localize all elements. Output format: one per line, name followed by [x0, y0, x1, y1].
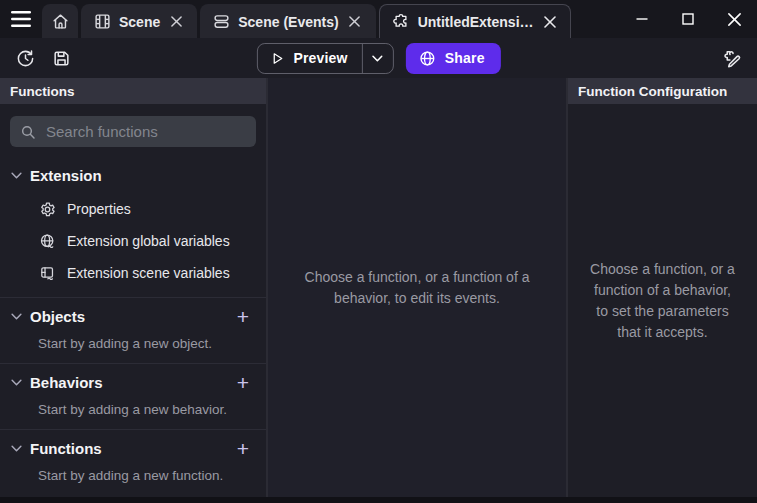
- events-sheet-icon: [213, 13, 230, 30]
- save-floppy-icon: [52, 49, 71, 68]
- chevron-down-icon: [8, 374, 24, 390]
- history-button[interactable]: [10, 43, 40, 73]
- tab-label: Scene: [119, 14, 160, 30]
- tab-home[interactable]: [42, 4, 78, 38]
- tab-bar: Scene Scene (Events) UntitledExtensi…: [0, 0, 757, 38]
- hamburger-icon: [11, 11, 31, 27]
- functions-empty-text: Start by adding a new function.: [0, 466, 266, 495]
- function-configuration-panel: Function Configuration Choose a function…: [568, 78, 757, 497]
- close-tab-icon[interactable]: [347, 14, 363, 30]
- tab-label: UntitledExtensi…: [418, 14, 534, 30]
- preview-button-label: Preview: [293, 50, 347, 66]
- functions-panel: Functions Extension: [0, 78, 266, 497]
- gear-icon: [38, 200, 56, 218]
- section-extension[interactable]: Extension: [0, 157, 266, 193]
- behaviors-empty-text: Start by adding a new behavior.: [0, 400, 266, 429]
- objects-empty-text: Start by adding a new object.: [0, 334, 266, 363]
- search-icon: [20, 124, 36, 140]
- minimize-button[interactable]: [619, 0, 665, 38]
- preview-options-button[interactable]: [363, 44, 393, 73]
- chevron-down-icon: [8, 308, 24, 324]
- section-title: Behaviors: [30, 374, 232, 391]
- globe-icon: [419, 50, 436, 67]
- chevron-down-icon: [372, 55, 383, 62]
- share-button[interactable]: Share: [406, 43, 501, 74]
- configuration-placeholder: Choose a function, or a function of a be…: [568, 104, 757, 497]
- extension-puzzle-icon: [392, 13, 410, 31]
- workspace: Functions Extension: [0, 78, 757, 497]
- tab-scene[interactable]: Scene: [81, 4, 197, 38]
- tab-untitled-extension[interactable]: UntitledExtensi…: [379, 4, 571, 38]
- events-placeholder-message: Choose a function, or a function of a be…: [288, 267, 546, 309]
- tree-item-label: Extension global variables: [67, 233, 230, 249]
- scene-variable-icon: [38, 264, 56, 282]
- function-configuration-header: Function Configuration: [568, 78, 757, 104]
- preview-split-button: Preview: [256, 43, 393, 74]
- maximize-button[interactable]: [665, 0, 711, 38]
- functions-panel-header: Functions: [0, 78, 266, 104]
- window-bottom-edge: [0, 497, 757, 503]
- add-function-button[interactable]: +: [232, 437, 254, 459]
- extension-global-variables-item[interactable]: Extension global variables: [0, 225, 266, 257]
- toolbar: Preview Share: [0, 38, 757, 78]
- add-object-button[interactable]: +: [232, 305, 254, 327]
- configuration-placeholder-message: Choose a function, or a function of a be…: [588, 259, 737, 343]
- search-functions-box[interactable]: [10, 116, 256, 147]
- section-functions[interactable]: Functions +: [0, 430, 266, 466]
- save-button[interactable]: [46, 43, 76, 73]
- section-objects[interactable]: Objects +: [0, 298, 266, 334]
- share-button-label: Share: [445, 50, 485, 66]
- home-icon: [52, 13, 69, 30]
- close-window-button[interactable]: [711, 0, 757, 38]
- close-tab-icon[interactable]: [542, 14, 558, 30]
- search-functions-input[interactable]: [46, 123, 246, 140]
- section-behaviors[interactable]: Behaviors +: [0, 364, 266, 400]
- tree-item-label: Properties: [67, 201, 131, 217]
- search-area: [0, 104, 266, 157]
- chevron-down-icon: [8, 440, 24, 456]
- events-placeholder: Choose a function, or a function of a be…: [268, 78, 566, 497]
- section-title: Extension: [30, 167, 254, 184]
- app-window: Scene Scene (Events) UntitledExtensi…: [0, 0, 757, 503]
- tree-item-label: Extension scene variables: [67, 265, 230, 281]
- toolbar-right-group: [717, 43, 747, 73]
- edit-extension-button[interactable]: [717, 43, 747, 73]
- panel-title: Functions: [10, 84, 75, 99]
- film-icon: [94, 13, 111, 30]
- close-tab-icon[interactable]: [168, 14, 184, 30]
- preview-button[interactable]: Preview: [257, 44, 361, 73]
- main-menu-button[interactable]: [0, 0, 42, 38]
- play-icon: [269, 51, 284, 66]
- tab-label: Scene (Events): [238, 14, 338, 30]
- extension-properties-item[interactable]: Properties: [0, 193, 266, 225]
- globe-wave-icon: [38, 232, 56, 250]
- add-behavior-button[interactable]: +: [232, 371, 254, 393]
- extension-scene-variables-item[interactable]: Extension scene variables: [0, 257, 266, 289]
- panel-title: Function Configuration: [578, 84, 727, 99]
- section-title: Functions: [30, 440, 232, 457]
- edit-extension-icon: [722, 48, 743, 69]
- chevron-down-icon: [8, 167, 24, 183]
- events-editor-panel: Choose a function, or a function of a be…: [268, 78, 566, 497]
- tab-scene-events[interactable]: Scene (Events): [200, 4, 375, 38]
- clock-history-icon: [16, 49, 35, 68]
- toolbar-center-group: Preview Share: [256, 43, 500, 74]
- section-title: Objects: [30, 308, 232, 325]
- window-controls: [619, 0, 757, 38]
